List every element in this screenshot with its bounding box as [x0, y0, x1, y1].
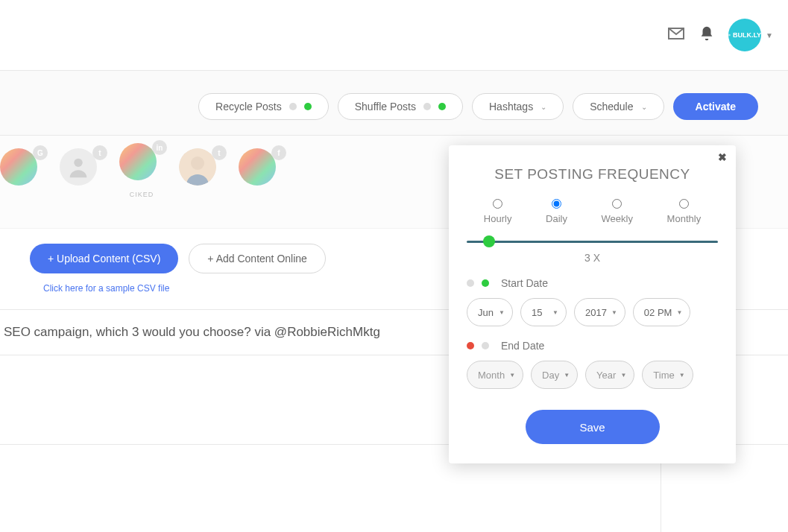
mail-icon[interactable]	[667, 25, 685, 45]
slider-value: 3 X	[467, 252, 718, 264]
toggle-off-dot[interactable]	[482, 342, 489, 349]
slider-thumb[interactable]	[483, 235, 495, 247]
recycle-posts-toggle[interactable]: Recycle Posts	[198, 93, 329, 120]
svg-rect-0	[728, 34, 730, 35]
svg-rect-2	[728, 36, 730, 37]
freq-daily[interactable]: Daily	[546, 199, 567, 224]
freq-hourly[interactable]: Hourly	[484, 199, 512, 224]
toolbar: Recycle Posts Shuffle Posts Hashtags ⌄ S…	[0, 71, 788, 136]
start-date-section: Start Date Jun▼ 15▼ 2017▼ 02 PM▼	[467, 277, 718, 326]
radio-weekly[interactable]	[612, 199, 622, 209]
upload-csv-button[interactable]: + Upload Content (CSV)	[30, 244, 178, 273]
account-item[interactable]: t	[60, 148, 104, 193]
close-icon[interactable]: ✖	[718, 151, 727, 163]
chevron-down-icon: ▼	[509, 372, 515, 379]
popover-title: SET POSTING FREQUENCY	[467, 166, 718, 183]
freq-weekly-label: Weekly	[602, 213, 633, 224]
end-date-label: End Date	[501, 340, 544, 352]
radio-hourly[interactable]	[493, 199, 502, 209]
hashtags-label: Hashtags	[489, 101, 533, 113]
google-icon: G	[33, 145, 48, 160]
bell-icon[interactable]	[699, 25, 715, 45]
svg-point-3	[74, 159, 82, 167]
facebook-icon: f	[271, 145, 286, 160]
svg-rect-1	[728, 35, 730, 36]
start-year-select[interactable]: 2017▼	[574, 298, 625, 326]
chevron-down-icon: ⌄	[540, 103, 546, 111]
end-month-select[interactable]: Month▼	[467, 361, 523, 389]
chevron-down-icon: ▼	[679, 372, 685, 379]
frequency-slider[interactable]	[467, 241, 718, 243]
radio-monthly[interactable]	[679, 199, 689, 209]
account-avatar	[60, 148, 97, 186]
account-label: CIKED	[130, 191, 154, 198]
add-content-online-button[interactable]: + Add Content Online	[189, 244, 326, 273]
account-avatar	[179, 148, 216, 186]
account-avatar	[119, 143, 157, 180]
frequency-radio-group: Hourly Daily Weekly Monthly	[467, 199, 718, 224]
toggle-on-dot[interactable]	[482, 279, 489, 287]
chevron-down-icon: ▼	[552, 309, 558, 316]
freq-monthly[interactable]: Monthly	[667, 199, 702, 224]
brand-logo-icon: BULK.LY	[728, 19, 761, 51]
brand-name: BULK.LY	[733, 31, 761, 39]
chevron-down-icon: ▼	[611, 309, 617, 316]
twitter-icon: t	[92, 145, 107, 160]
freq-hourly-label: Hourly	[484, 213, 512, 224]
recycle-label: Recycle Posts	[215, 101, 282, 113]
account-avatar	[239, 148, 276, 186]
end-date-section: End Date Month▼ Day▼ Year▼ Time▼	[467, 340, 718, 389]
svg-point-5	[191, 156, 204, 170]
chevron-down-icon: ▼	[766, 31, 773, 39]
sample-csv-link[interactable]: Click here for a sample CSV file	[43, 283, 169, 294]
chevron-down-icon: ▼	[676, 309, 682, 316]
freq-daily-label: Daily	[546, 213, 567, 224]
account-item[interactable]: f	[239, 148, 283, 193]
chevron-down-icon: ▼	[620, 372, 626, 379]
activate-button[interactable]: Activate	[673, 93, 758, 120]
save-button[interactable]: Save	[526, 410, 660, 444]
toggle-on-dot[interactable]	[467, 342, 474, 349]
start-time-select[interactable]: 02 PM▼	[633, 298, 691, 326]
radio-daily[interactable]	[552, 199, 561, 209]
shuffle-posts-toggle[interactable]: Shuffle Posts	[338, 93, 463, 120]
account-item[interactable]: in CIKED	[119, 143, 164, 198]
topbar: BULK.LY ▼	[0, 0, 788, 71]
posting-frequency-popover: ✖ SET POSTING FREQUENCY Hourly Daily Wee…	[449, 145, 736, 463]
account-avatar	[0, 148, 37, 186]
toggle-on-dot	[438, 103, 446, 110]
start-day-select[interactable]: 15▼	[520, 298, 567, 326]
hashtags-dropdown[interactable]: Hashtags ⌄	[472, 93, 564, 120]
end-time-select[interactable]: Time▼	[642, 361, 693, 389]
twitter-icon: t	[212, 145, 227, 160]
chevron-down-icon: ▼	[564, 372, 570, 379]
schedule-label: Schedule	[590, 101, 633, 113]
freq-monthly-label: Monthly	[667, 213, 702, 224]
shuffle-label: Shuffle Posts	[355, 101, 416, 113]
chevron-down-icon: ⌄	[641, 103, 647, 111]
toggle-off-dot[interactable]	[467, 279, 474, 287]
start-month-select[interactable]: Jun▼	[467, 298, 513, 326]
slider-track	[467, 241, 718, 243]
linkedin-icon: in	[152, 140, 167, 155]
account-item[interactable]: G	[0, 148, 45, 193]
schedule-dropdown[interactable]: Schedule ⌄	[573, 93, 664, 120]
freq-weekly[interactable]: Weekly	[602, 199, 633, 224]
brand-menu[interactable]: BULK.LY ▼	[728, 19, 773, 51]
toggle-off-dot	[423, 103, 431, 110]
end-day-select[interactable]: Day▼	[531, 361, 578, 389]
toggle-on-dot	[304, 103, 312, 110]
chevron-down-icon: ▼	[499, 309, 505, 316]
toggle-off-dot	[289, 103, 297, 110]
end-year-select[interactable]: Year▼	[585, 361, 634, 389]
start-date-label: Start Date	[501, 277, 548, 289]
account-item[interactable]: t	[179, 148, 224, 193]
